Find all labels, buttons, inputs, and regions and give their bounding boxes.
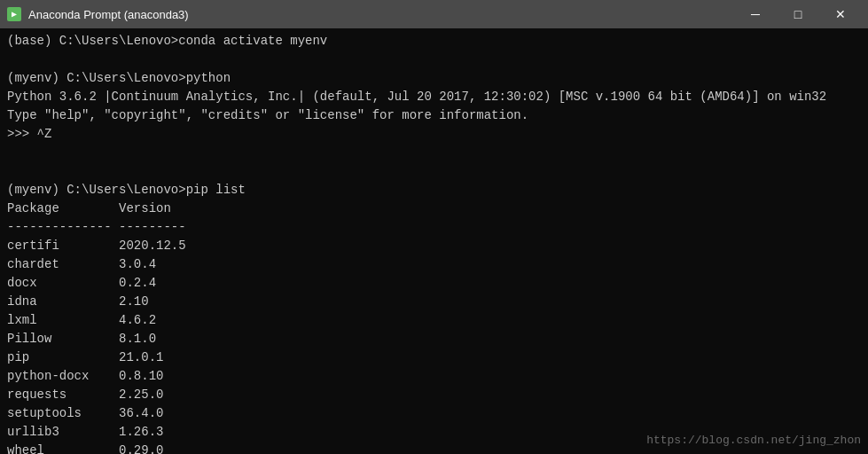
maximize-button[interactable]: □ [778, 0, 818, 28]
minimize-button[interactable]: ─ [735, 0, 776, 28]
title-bar: ▶ Anaconda Prompt (anaconda3) ─ □ ✕ [0, 0, 868, 28]
app-icon: ▶ [7, 7, 21, 21]
terminal-output: (base) C:\Users\Lenovo>conda activate my… [7, 32, 861, 454]
window-title: Anaconda Prompt (anaconda3) [28, 8, 189, 21]
window-controls: ─ □ ✕ [735, 0, 861, 28]
title-bar-left: ▶ Anaconda Prompt (anaconda3) [7, 7, 189, 21]
watermark: https://blog.csdn.net/jing_zhon [646, 434, 861, 447]
close-button[interactable]: ✕ [820, 0, 861, 28]
terminal-window[interactable]: (base) C:\Users\Lenovo>conda activate my… [0, 28, 868, 454]
